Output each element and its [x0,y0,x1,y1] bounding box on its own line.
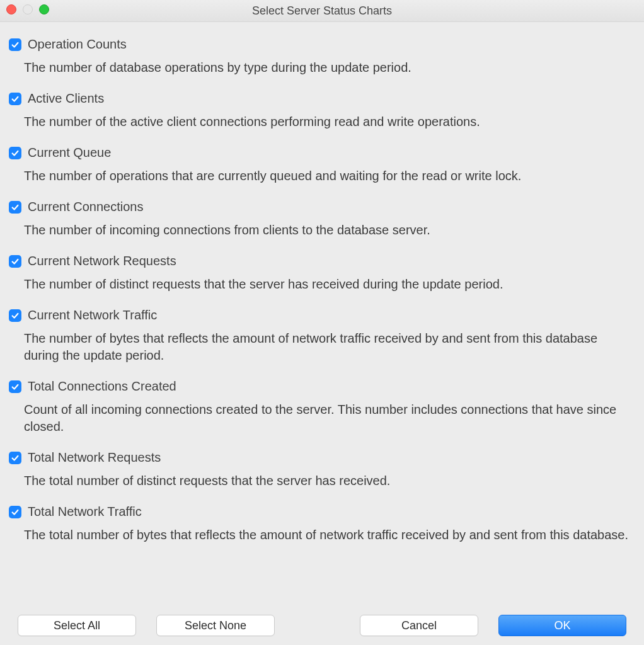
option-checkbox[interactable] [9,506,21,518]
option-head: Operation Counts [9,33,635,53]
option-description: Count of all incoming connections create… [9,395,635,444]
option-head: Total Network Traffic [9,501,635,520]
option-checkbox[interactable] [9,147,21,159]
option-label: Total Network Requests [28,450,161,465]
option-description: The number of incoming connections from … [9,215,635,248]
option-item: Current ConnectionsThe number of incomin… [9,196,635,248]
select-none-button[interactable]: Select None [156,615,275,636]
option-description: The number of distinct requests that the… [9,270,635,302]
option-label: Total Network Traffic [28,505,142,519]
option-checkbox[interactable] [9,452,21,464]
option-description: The number of operations that are curren… [9,161,635,193]
option-label: Total Connections Created [28,379,176,394]
option-checkbox[interactable] [9,38,21,51]
option-item: Active ClientsThe number of the active c… [9,88,635,139]
option-description: The total number of distinct requests th… [9,466,635,498]
window-minimize-button[interactable] [23,4,33,14]
option-label: Active Clients [28,91,104,106]
option-checkbox[interactable] [9,201,21,214]
option-label: Operation Counts [28,37,127,52]
option-head: Current Queue [9,142,635,161]
window-close-button[interactable] [6,4,16,14]
dialog-footer: Select All Select None Cancel OK [0,615,644,636]
traffic-lights [6,4,49,14]
select-all-button[interactable]: Select All [18,615,136,636]
option-head: Current Connections [9,196,635,215]
option-item: Total Connections CreatedCount of all in… [9,375,635,444]
option-checkbox[interactable] [9,380,21,393]
option-item: Current QueueThe number of operations th… [9,142,635,193]
option-checkbox[interactable] [9,309,21,322]
option-head: Total Connections Created [9,375,635,395]
options-list: Operation CountsThe number of database o… [0,22,644,552]
option-item: Current Network RequestsThe number of di… [9,250,635,302]
option-item: Total Network RequestsThe total number o… [9,447,635,498]
option-head: Active Clients [9,88,635,107]
option-description: The number of the active client connecti… [9,107,635,139]
option-label: Current Queue [28,146,111,160]
window-title: Select Server Status Charts [252,4,392,18]
window-titlebar: Select Server Status Charts [0,0,644,22]
option-description: The number of database operations by typ… [9,53,635,85]
option-head: Current Network Requests [9,250,635,270]
option-item: Current Network TrafficThe number of byt… [9,304,635,373]
option-label: Current Network Traffic [28,308,157,322]
ok-button[interactable]: OK [498,615,626,636]
option-label: Current Network Requests [28,254,176,268]
option-checkbox[interactable] [9,93,21,105]
option-label: Current Connections [28,200,143,214]
option-checkbox[interactable] [9,255,21,268]
option-item: Total Network TrafficThe total number of… [9,501,635,552]
cancel-button[interactable]: Cancel [360,615,478,636]
option-item: Operation CountsThe number of database o… [9,33,635,85]
option-head: Total Network Requests [9,447,635,466]
window-zoom-button[interactable] [39,4,49,14]
option-description: The total number of bytes that reflects … [9,520,635,552]
option-head: Current Network Traffic [9,304,635,324]
option-description: The number of bytes that reflects the am… [9,324,635,373]
